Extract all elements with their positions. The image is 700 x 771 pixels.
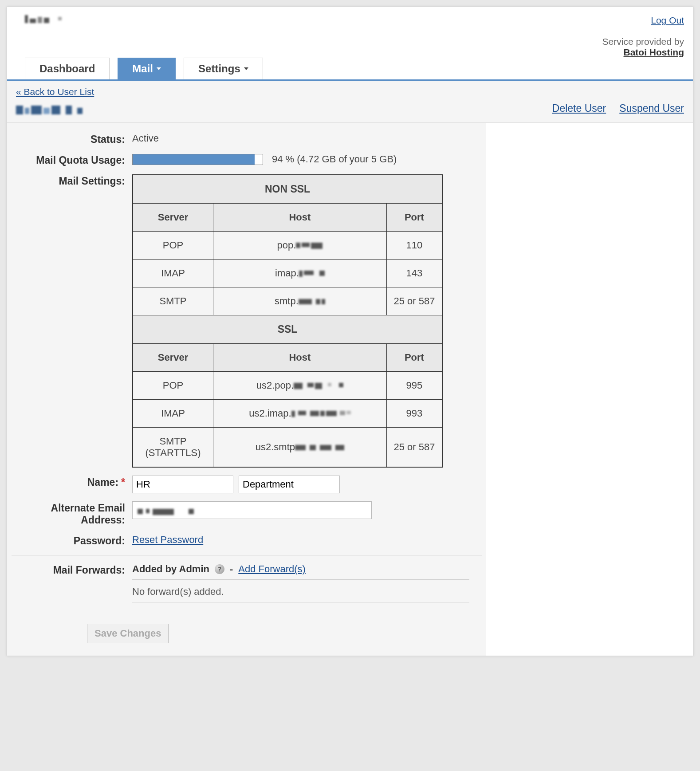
content-area: Status: Active Mail Quota Usage: 94 % (4… (7, 123, 693, 656)
table-row: POP pop. 110 (133, 232, 442, 260)
service-provided-text: Service provided by (602, 36, 684, 47)
tab-settings[interactable]: Settings (184, 58, 263, 79)
caret-down-icon (157, 67, 161, 70)
table-row: IMAP us2.imap. 993 (133, 400, 442, 428)
col-host: Host (213, 344, 386, 372)
col-port: Port (386, 344, 442, 372)
nav-tabs: Dashboard Mail Settings (7, 58, 693, 79)
table-row: SMTP smtp. 25 or 587 (133, 287, 442, 315)
table-row: POP us2.pop. 995 (133, 372, 442, 400)
logo (25, 15, 62, 23)
added-by-admin-text: Added by Admin (132, 563, 209, 575)
quota-label: Mail Quota Usage: (12, 153, 132, 166)
add-forward-link[interactable]: Add Forward(s) (238, 563, 306, 575)
tab-dashboard[interactable]: Dashboard (25, 58, 110, 79)
col-port: Port (386, 204, 442, 232)
quota-progress-fill (133, 154, 255, 165)
caret-down-icon (244, 67, 248, 70)
back-to-user-list-link[interactable]: « Back to User List (16, 87, 94, 97)
password-label: Password: (12, 534, 132, 547)
service-provider-link[interactable]: Batoi Hosting (602, 47, 684, 58)
dash-separator: - (230, 563, 233, 575)
mail-settings-table: NON SSL Server Host Port POP pop. 110 (132, 174, 443, 468)
non-ssl-header: NON SSL (133, 175, 442, 204)
col-host: Host (213, 204, 386, 232)
last-name-input[interactable] (239, 476, 340, 493)
quota-progress-bar (132, 154, 263, 165)
forwards-empty-text: No forward(s) added. (132, 580, 469, 602)
tab-settings-label: Settings (198, 63, 240, 75)
table-row: SMTP (STARTTLS) us2.smtp 25 or 587 (133, 428, 442, 468)
username-display (16, 106, 83, 114)
ssl-header: SSL (133, 315, 442, 344)
save-changes-button[interactable]: Save Changes (87, 624, 169, 643)
main-window: Log Out Service provided by Batoi Hostin… (7, 7, 693, 656)
col-server: Server (133, 204, 213, 232)
first-name-input[interactable] (132, 476, 233, 493)
tab-mail-label: Mail (132, 63, 153, 75)
logout-link[interactable]: Log Out (651, 15, 684, 25)
delete-user-link[interactable]: Delete User (552, 102, 606, 114)
quota-text: 94 % (4.72 GB of your 5 GB) (272, 153, 397, 165)
table-row: IMAP imap. 143 (133, 260, 442, 287)
alt-email-value-redacted (138, 509, 194, 515)
forwards-label: Mail Forwards: (12, 563, 132, 576)
header: Log Out Service provided by Batoi Hostin… (7, 7, 693, 58)
reset-password-link[interactable]: Reset Password (132, 534, 203, 545)
suspend-user-link[interactable]: Suspend User (619, 102, 684, 114)
alt-email-label: Alternate Email Address: (12, 501, 132, 526)
help-icon[interactable]: ? (215, 564, 224, 574)
name-label: Name:* (12, 476, 132, 488)
col-server: Server (133, 344, 213, 372)
page-bar: « Back to User List Delete User Suspend … (7, 81, 693, 123)
status-value: Active (132, 133, 482, 144)
mail-settings-label: Mail Settings: (12, 174, 132, 187)
status-label: Status: (12, 133, 132, 146)
tab-mail[interactable]: Mail (118, 58, 176, 79)
